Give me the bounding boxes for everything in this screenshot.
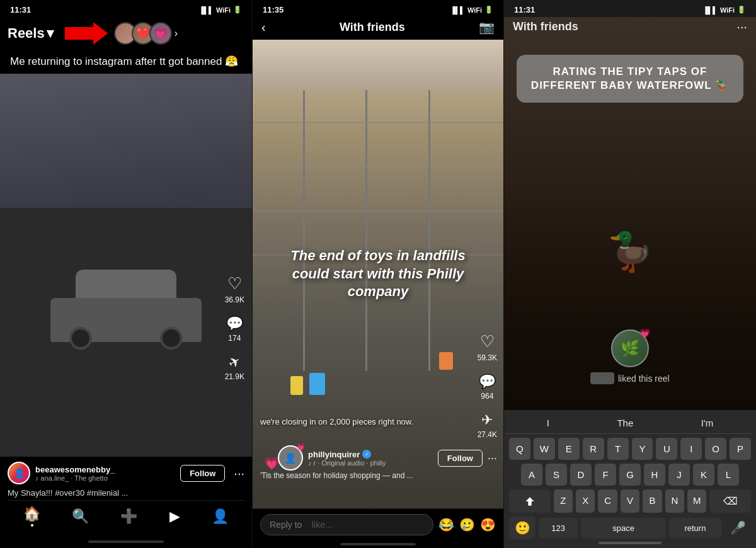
key-a[interactable]: A (521, 464, 542, 486)
p3-more-options[interactable]: ··· (736, 20, 747, 34)
emoji-laugh[interactable]: 😂 (438, 517, 454, 532)
reply-placeholder: Reply to (270, 520, 302, 530)
p2-share-icon: ✈ (481, 412, 493, 428)
back-button[interactable]: ‹ (261, 20, 266, 35)
p1-hashtags: My Shayla!!! #over30 #milenial ... (8, 488, 244, 500)
keyboard-row-bottom: 🙂 123 space return 🎤 (507, 517, 753, 539)
key-n[interactable]: N (665, 489, 684, 513)
username-1[interactable]: beeawesomenebby_ (35, 465, 175, 474)
status-bar-2: 11:35 ▐▌▌ WiFi 🔋 (253, 0, 503, 17)
nav-reels[interactable]: ▶ (169, 508, 180, 525)
key-e[interactable]: E (558, 438, 580, 460)
key-m[interactable]: M (687, 489, 706, 513)
key-v[interactable]: V (621, 489, 639, 513)
comment-action[interactable]: 💬 174 (226, 316, 243, 343)
keyboard-row-3: Z X C V B N M ⌫ (507, 489, 753, 513)
p2-comment-count: 964 (481, 392, 493, 401)
key-c[interactable]: C (598, 489, 617, 513)
p2-subtitle: we're closing in on 2,000 pieces right n… (260, 417, 466, 426)
key-r[interactable]: R (583, 438, 604, 460)
home-indicator-2 (340, 543, 416, 545)
reels-title[interactable]: Reels ▾ (8, 25, 54, 42)
p2-comment-action[interactable]: 💬 964 (479, 374, 496, 401)
key-k[interactable]: K (693, 464, 714, 486)
p2-share-action[interactable]: ✈ 27.4K (478, 412, 497, 439)
time-2: 11:35 (263, 5, 284, 14)
suggest-im[interactable]: I'm (701, 418, 714, 428)
camera-icon[interactable]: 📷 (479, 20, 495, 35)
return-key[interactable]: return (669, 518, 721, 539)
key-d[interactable]: D (570, 464, 592, 486)
story-bubbles[interactable]: ❤️ 💗 › (114, 22, 178, 45)
key-h[interactable]: H (644, 464, 665, 486)
wifi-icon-3: WiFi (720, 6, 735, 14)
key-t[interactable]: T (607, 438, 629, 460)
key-z[interactable]: Z (554, 489, 573, 513)
p2-more-options[interactable]: ··· (488, 452, 497, 465)
p1-video-area[interactable]: ♡ 36.9K 💬 174 ✈ 21.9K (0, 74, 252, 457)
p2-music: ♪ r · Original audio · philly (308, 459, 433, 467)
shift-key[interactable] (509, 489, 551, 513)
emoji-love[interactable]: 😍 (480, 517, 496, 532)
p1-user-row: 👤 beeawesomenebby_ ♪ ana.line_ · The ghe… (8, 462, 244, 484)
suggest-the[interactable]: The (617, 418, 633, 428)
key-i[interactable]: I (680, 438, 702, 460)
share-action[interactable]: ✈ 21.9K (225, 354, 244, 381)
follow-button-1[interactable]: Follow (180, 465, 225, 482)
nav-add[interactable]: ➕ (120, 508, 137, 525)
space-key[interactable]: space (581, 518, 665, 539)
chevron-down-icon: ▾ (47, 25, 54, 42)
key-f[interactable]: F (595, 464, 616, 486)
microphone-icon[interactable]: 🎤 (724, 517, 751, 539)
key-w[interactable]: W (534, 438, 555, 460)
number-key[interactable]: 123 (539, 518, 578, 539)
key-x[interactable]: X (576, 489, 595, 513)
status-bar-1: 11:31 ▐▌▌ WiFi 🔋 (0, 0, 252, 17)
story-bubble-3[interactable]: 💗 (149, 22, 172, 45)
key-p[interactable]: P (730, 438, 751, 460)
p1-right-actions: ♡ 36.9K 💬 174 ✈ 21.9K (225, 274, 244, 381)
status-icons-1: ▐▌▌ WiFi 🔋 (198, 6, 242, 14)
panel-with-friends: 11:35 ▐▌▌ WiFi 🔋 ‹ With friends 📷 (252, 0, 504, 548)
p3-liked-text: liked this reel (590, 372, 669, 384)
backspace-key[interactable]: ⌫ (709, 489, 751, 513)
nav-search[interactable]: 🔍 (72, 508, 89, 525)
story-next-icon[interactable]: › (175, 28, 178, 39)
key-j[interactable]: J (668, 464, 690, 486)
key-s[interactable]: S (546, 464, 567, 486)
verified-icon: ✓ (362, 450, 371, 459)
p2-share-count: 27.4K (478, 430, 497, 439)
keyboard: I The I'm Q W E R T Y U I O P A S D (504, 410, 756, 548)
key-u[interactable]: U (656, 438, 677, 460)
p3-liked-avatar[interactable]: 🌿 💗 (611, 329, 649, 367)
p2-video-area[interactable]: The end of toys in landfills could start… (253, 40, 503, 508)
key-g[interactable]: G (619, 464, 641, 486)
emoji-cry[interactable]: 🥲 (459, 517, 475, 532)
more-options-1[interactable]: ··· (234, 466, 244, 481)
key-o[interactable]: O (705, 438, 726, 460)
p2-reply-input[interactable]: Reply to like... (260, 514, 433, 535)
p3-page-title: With friends (513, 20, 578, 33)
panel-instagram-reels: 11:31 ▐▌▌ WiFi 🔋 Reels ▾ ❤️ 💗 › Me (0, 0, 252, 548)
follow-button-2[interactable]: Follow (438, 450, 483, 467)
battery-icon-3: 🔋 (737, 6, 746, 14)
home-indicator-3 (598, 542, 662, 544)
key-y[interactable]: Y (632, 438, 653, 460)
status-bar-3: 11:31 ▐▌▌ WiFi 🔋 (504, 0, 756, 17)
like-action[interactable]: ♡ 36.9K (225, 274, 244, 304)
key-b[interactable]: B (643, 489, 662, 513)
p2-user-info: phillyinquirer ✓ ♪ r · Original audio · … (308, 450, 433, 467)
p3-liked-section: 🌿 💗 liked this reel (504, 329, 756, 384)
emoji-key[interactable]: 🙂 (509, 517, 536, 539)
p2-user-row: 💗 👤 💗 phillyinquirer ✓ ♪ r · Original au… (259, 445, 497, 471)
nav-profile[interactable]: 👤 (212, 508, 229, 525)
nav-home[interactable]: 🏠 (23, 506, 40, 527)
key-q[interactable]: Q (509, 438, 530, 460)
heart-icon: ♡ (227, 274, 242, 294)
p1-bottom-info: 👤 beeawesomenebby_ ♪ ana.line_ · The ghe… (0, 457, 252, 548)
user-avatar-1[interactable]: 👤 (8, 462, 30, 484)
suggest-i[interactable]: I (547, 418, 549, 428)
p2-like-action[interactable]: ♡ 59.3K (478, 332, 497, 362)
key-l[interactable]: L (718, 464, 739, 486)
p2-username[interactable]: phillyinquirer (308, 450, 360, 459)
